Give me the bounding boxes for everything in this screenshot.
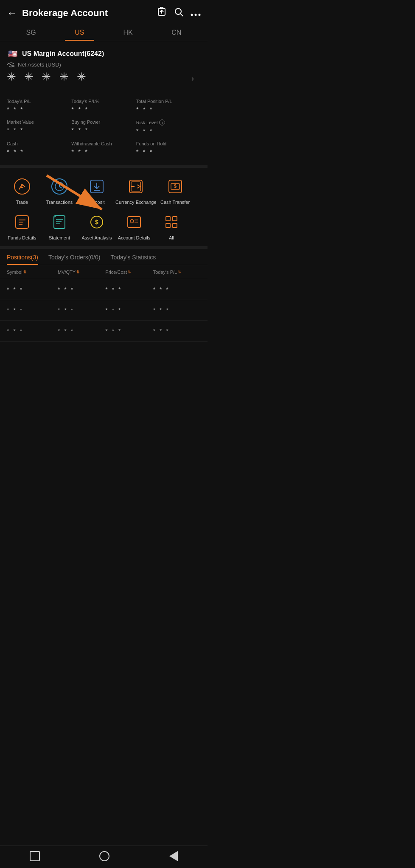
stat-label: Risk Level i <box>136 120 201 125</box>
table-row[interactable]: * * * * * * * * * * * * <box>0 300 208 321</box>
stat-total-pl: Total Position P/L * * * <box>136 95 201 116</box>
tab-hk[interactable]: HK <box>104 25 152 41</box>
sort-icon-mv: ⇅ <box>76 270 80 274</box>
action-statement[interactable]: Statement <box>41 212 78 241</box>
action-asset-analysis[interactable]: $ Asset Analysis <box>78 212 115 241</box>
stat-value: * * * <box>136 127 201 134</box>
stats-grid: Today's P/L * * * Today's P/L% * * * Tot… <box>0 92 208 162</box>
th-todays-pl[interactable]: Today's P/L ⇅ <box>153 270 201 275</box>
tab-sg[interactable]: SG <box>7 25 55 41</box>
net-assets-label: Net Assets (USD) <box>18 61 61 68</box>
th-price-cost[interactable]: Price/Cost ⇅ <box>105 270 153 275</box>
svg-point-5 <box>195 14 197 16</box>
stat-todays-pl: Today's P/L * * * <box>7 95 71 116</box>
action-label-all: All <box>169 235 174 241</box>
back-button[interactable]: ← <box>7 7 17 19</box>
action-currency-exchange[interactable]: Currency Exchange <box>115 176 157 205</box>
svg-point-6 <box>199 14 201 16</box>
stat-value: * * * <box>136 106 201 113</box>
stat-label: Withdrawable Cash <box>71 141 136 146</box>
divider-1 <box>0 165 208 168</box>
svg-rect-40 <box>166 217 170 221</box>
stat-risk-level: Risk Level i * * * <box>136 116 201 138</box>
th-mv-qty[interactable]: MV/QTY ⇅ <box>58 270 105 275</box>
flag-icon: 🇺🇸 <box>7 50 19 58</box>
chevron-right-icon[interactable]: › <box>191 74 194 83</box>
net-assets-value: ✳ ✳ ✳ ✳ ✳ <box>7 70 89 83</box>
svg-rect-30 <box>54 216 65 228</box>
page-title: Brokerage Account <box>22 8 157 19</box>
stat-withdrawable: Withdrawable Cash * * * <box>71 138 136 159</box>
deposit-icon-wrap <box>87 176 107 197</box>
stat-value: * * * <box>7 106 71 113</box>
stat-value: * * * <box>7 126 71 134</box>
tab-statistics[interactable]: Today's Statistics <box>110 254 156 265</box>
action-label-asset-analysis: Asset Analysis <box>82 235 112 241</box>
action-label-deposit: Deposit <box>89 199 104 205</box>
stat-label: Funds on Hold <box>136 141 201 146</box>
stat-label: Today's P/L <box>7 99 71 104</box>
info-icon[interactable]: i <box>159 120 165 125</box>
account-section: 🇺🇸 US Margin Account(6242) Net Assets (U… <box>0 46 208 92</box>
tab-positions[interactable]: Positions(3) <box>7 254 38 265</box>
svg-point-2 <box>175 8 181 14</box>
search-icon[interactable] <box>174 7 184 19</box>
td-symbol-3: * * * <box>7 328 58 334</box>
action-trade[interactable]: Z Trade <box>3 176 41 205</box>
stat-value: * * * <box>136 148 201 155</box>
action-label-account-details: Account Details <box>118 235 150 241</box>
svg-point-37 <box>130 220 134 223</box>
tab-cn[interactable]: CN <box>152 25 201 41</box>
sort-icon-price: ⇅ <box>128 270 131 274</box>
stat-label: Total Position P/L <box>136 99 201 104</box>
account-details-icon-wrap <box>124 212 144 232</box>
td-price-3: * * * <box>105 328 153 334</box>
actions-row-1: Z Trade Transactions <box>0 171 208 210</box>
stat-label: Market Value <box>7 120 71 125</box>
stat-value: * * * <box>71 106 136 113</box>
table-row[interactable]: * * * * * * * * * * * * <box>0 321 208 342</box>
stat-label: Cash <box>7 141 71 146</box>
action-transactions[interactable]: Transactions <box>41 176 78 205</box>
cash-transfer-icon-wrap: $ <box>165 176 185 197</box>
stat-buying-power: Buying Power * * * <box>71 116 136 138</box>
tab-orders[interactable]: Today's Orders(0/0) <box>48 254 101 265</box>
stat-label: Buying Power <box>71 120 136 125</box>
table-row[interactable]: * * * * * * * * * * * * <box>0 279 208 300</box>
action-label-funds-details: Funds Details <box>8 235 36 241</box>
td-price-1: * * * <box>105 286 153 293</box>
td-mv-2: * * * <box>58 307 105 314</box>
share-icon[interactable] <box>157 7 167 19</box>
account-name: US Margin Account(6242) <box>22 50 104 58</box>
action-all[interactable]: All <box>153 212 190 241</box>
more-icon[interactable] <box>191 8 201 19</box>
action-cash-transfer[interactable]: $ Cash Transfer <box>157 176 194 205</box>
td-mv-3: * * * <box>58 328 105 334</box>
action-account-details[interactable]: Account Details <box>115 212 153 241</box>
trade-icon-wrap: Z <box>12 176 32 197</box>
all-icon-wrap <box>161 212 182 232</box>
svg-rect-43 <box>173 223 177 228</box>
th-symbol[interactable]: Symbol ⇅ <box>7 270 58 275</box>
stat-value: * * * <box>7 148 71 155</box>
currency-exchange-icon-wrap <box>126 176 146 197</box>
td-symbol-2: * * * <box>7 307 58 314</box>
funds-details-icon-wrap <box>12 212 32 232</box>
td-pl-3: * * * <box>153 328 201 334</box>
svg-point-4 <box>191 14 193 16</box>
action-rows-wrapper: Z Trade Transactions <box>0 171 208 246</box>
td-pl-1: * * * <box>153 286 201 293</box>
tab-us[interactable]: US <box>55 25 104 41</box>
svg-line-3 <box>181 14 183 17</box>
td-symbol-1: * * * <box>7 286 58 293</box>
action-label-currency-exchange: Currency Exchange <box>115 199 157 205</box>
region-tabs: SG US HK CN <box>0 25 208 41</box>
asset-analysis-icon-wrap: $ <box>87 212 107 232</box>
stat-value: * * * <box>71 148 136 155</box>
action-funds-details[interactable]: Funds Details <box>3 212 41 241</box>
eye-hidden-icon[interactable] <box>7 62 15 68</box>
action-deposit[interactable]: Deposit <box>78 176 115 205</box>
statement-icon-wrap <box>49 212 70 232</box>
svg-text:Z: Z <box>21 184 23 189</box>
account-row: 🇺🇸 US Margin Account(6242) <box>7 50 201 58</box>
